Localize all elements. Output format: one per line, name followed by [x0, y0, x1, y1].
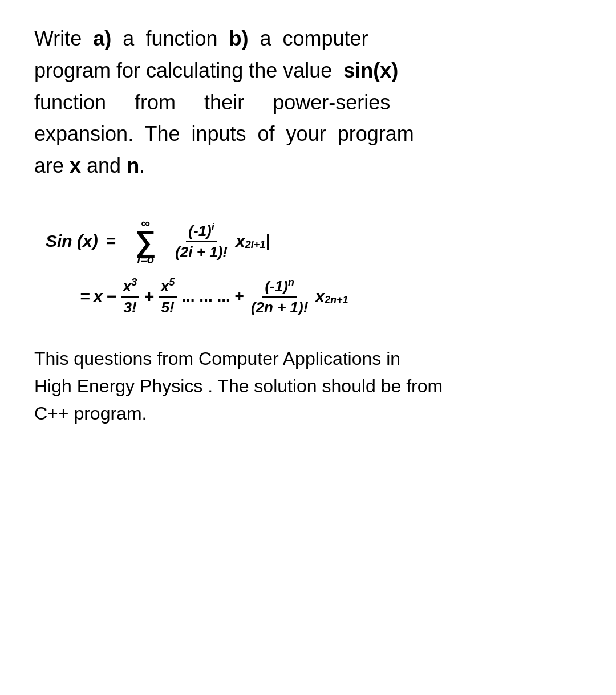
sinx-label: sin(x) [343, 59, 398, 82]
fraction-x5-num: x5 [159, 277, 177, 298]
intro-line1: Write a) a function b) a computer [34, 27, 368, 50]
footer-text: This questions from Computer Application… [34, 345, 582, 427]
footer-line2: High Energy Physics . The solution shoul… [34, 376, 443, 396]
fraction-x3-den: 3! [121, 298, 139, 316]
neg1n-sup: n [288, 277, 294, 288]
intro-line2: program for calculating the value sin(x) [34, 59, 398, 82]
fraction1-numerator: (-1)i [186, 221, 216, 242]
xn-superscript: 2n+1 [325, 294, 348, 306]
footer-line1: This questions from Computer Application… [34, 348, 400, 369]
x3-base: x [123, 278, 131, 295]
dots: ... ... ... + [181, 287, 244, 306]
fraction-x5: x5 5! [159, 277, 177, 316]
x5-superscript: 5 [169, 277, 175, 288]
abs-bar: | [265, 231, 270, 251]
sigma-bottom: i=o [137, 253, 153, 266]
formula-line2: = x − x3 3! + x5 5! ... ... ... + [46, 277, 582, 316]
sigma-top: ∞ [141, 216, 150, 231]
minus-sign: − [106, 287, 116, 306]
intro-line4: expansion. The inputs of your program [34, 122, 414, 145]
xn-base: x [315, 287, 325, 306]
equals-sign: = [106, 231, 116, 251]
x5-base: x [161, 278, 169, 295]
intro-line5: are x and n. [34, 154, 145, 177]
fraction-neg1n-den: (2n + 1)! [249, 298, 310, 316]
fraction-x3-num: x3 [121, 277, 139, 298]
neg1-base: (-1) [188, 222, 211, 239]
fraction-neg1n: (-1)n (2n + 1)! [249, 277, 310, 316]
x-base: x [236, 231, 245, 251]
line2-eq: = [80, 287, 90, 306]
fraction-neg1n-num: (-1)n [262, 277, 296, 298]
x-standalone: x [94, 287, 103, 306]
x-power-term: x2i+1| [236, 231, 270, 251]
neg1-superscript: i [212, 221, 214, 233]
x3-superscript: 3 [131, 277, 137, 288]
formula-section: Sin (x) = ∞ ∑ i=o (-1)i (2i + 1)! x2i+1| [34, 216, 582, 316]
plus1: + [144, 287, 154, 306]
xn-power-term: x2n+1 [315, 287, 348, 306]
formula-line1: Sin (x) = ∞ ∑ i=o (-1)i (2i + 1)! x2i+1| [46, 216, 582, 266]
sin-label: Sin (x) [46, 231, 98, 251]
intro-line3: function from their power-series [34, 91, 390, 114]
footer-line3: C++ program. [34, 403, 147, 424]
intro-text: Write a) a function b) a computer progra… [34, 23, 582, 182]
main-container: Write a) a function b) a computer progra… [34, 23, 582, 427]
fraction-x3: x3 3! [121, 277, 139, 316]
fraction-x5-den: 5! [159, 298, 176, 316]
neg1n-base: (-1) [265, 278, 287, 295]
x-superscript: 2i+1 [245, 239, 266, 251]
sigma-container: ∞ ∑ i=o [128, 226, 163, 256]
fraction1: (-1)i (2i + 1)! [173, 221, 230, 261]
fraction1-denominator: (2i + 1)! [173, 242, 230, 261]
